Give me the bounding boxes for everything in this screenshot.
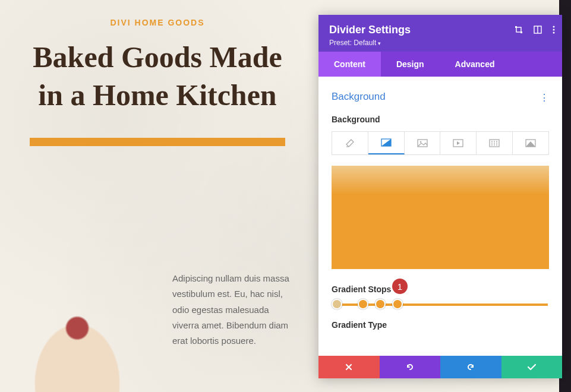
close-button[interactable]	[318, 356, 380, 378]
eyebrow-text: DIVI HOME GOODS	[24, 18, 291, 27]
expand-icon[interactable]	[515, 26, 523, 34]
gradient-stops-field: Gradient Stops 1	[332, 284, 549, 306]
save-button[interactable]	[501, 356, 563, 378]
settings-panel: Divider Settings Preset: Default Content…	[318, 15, 562, 378]
svg-rect-1	[515, 26, 517, 28]
gradient-stop-3[interactable]	[375, 299, 386, 309]
gradient-preview[interactable]	[332, 166, 549, 269]
panel-tabs: Content Design Advanced	[318, 52, 562, 77]
panel-body: Background ⋮ Background	[318, 77, 562, 356]
svg-point-6	[553, 29, 555, 31]
layout-icon[interactable]	[534, 26, 542, 34]
tab-design[interactable]: Design	[381, 52, 440, 77]
svg-rect-2	[520, 31, 522, 33]
section-menu-icon[interactable]: ⋮	[540, 92, 548, 103]
gradient-stop-1[interactable]	[332, 299, 342, 309]
divider-module[interactable]	[30, 138, 285, 146]
bg-tab-color[interactable]	[332, 132, 368, 154]
gradient-type-label: Gradient Type	[332, 320, 549, 330]
gradient-stops-label: Gradient Stops	[332, 284, 549, 294]
annotation-badge-1: 1	[392, 279, 408, 294]
bg-tab-pattern[interactable]	[477, 132, 513, 154]
background-type-tabs	[332, 131, 549, 155]
redo-button[interactable]	[440, 356, 501, 378]
page-headline: Baked Goods Made in a Home Kitchen	[24, 38, 291, 114]
svg-point-10	[419, 141, 421, 143]
svg-point-5	[553, 26, 555, 28]
header-icons	[515, 26, 555, 34]
bg-tab-mask[interactable]	[513, 132, 548, 154]
bg-tab-video[interactable]	[440, 132, 477, 154]
more-icon[interactable]	[553, 26, 555, 34]
svg-rect-0	[516, 27, 521, 32]
undo-button[interactable]	[380, 356, 441, 378]
svg-point-7	[553, 32, 555, 34]
cupcake-illustration	[24, 309, 131, 392]
bg-tab-gradient[interactable]	[368, 132, 405, 154]
preset-dropdown[interactable]: Preset: Default	[329, 39, 551, 47]
gradient-stop-4[interactable]	[392, 299, 403, 309]
tab-content[interactable]: Content	[318, 52, 381, 77]
bg-tab-image[interactable]	[405, 132, 441, 154]
field-background-label: Background	[332, 115, 549, 124]
section-background-title[interactable]: Background ⋮	[332, 91, 549, 103]
tab-advanced[interactable]: Advanced	[440, 52, 510, 77]
gradient-stop-2[interactable]	[358, 299, 368, 309]
gradient-stops-slider[interactable]	[333, 304, 548, 306]
panel-header[interactable]: Divider Settings Preset: Default	[318, 15, 562, 52]
body-paragraph: Adipiscing nullam duis massa vestibulum …	[172, 271, 291, 349]
panel-footer	[318, 356, 562, 378]
